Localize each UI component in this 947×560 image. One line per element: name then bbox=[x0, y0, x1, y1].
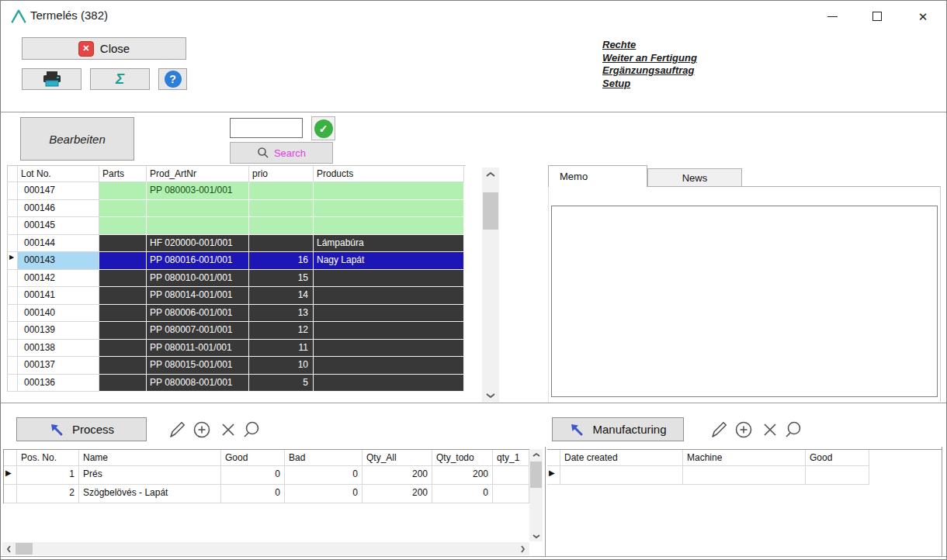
scrollbar-thumb[interactable] bbox=[483, 192, 498, 230]
plus-circle-icon bbox=[734, 420, 754, 440]
minimize-button[interactable] bbox=[815, 5, 849, 27]
table-row[interactable]: 000137 PP 080015-001/001 10 bbox=[7, 357, 466, 375]
process-delete-button[interactable] bbox=[217, 418, 240, 441]
memo-textarea[interactable] bbox=[551, 206, 938, 397]
table-row[interactable]: 000145 bbox=[7, 217, 466, 235]
table-row-selected[interactable]: ▶ 000143 PP 080016-001/001 16 Nagy Lapát bbox=[7, 252, 466, 270]
table-row-selected[interactable]: ▶ 1 Prés 0 0 200 200 bbox=[4, 466, 529, 485]
bottom-panel-divider bbox=[545, 447, 546, 556]
process-button[interactable]: Process bbox=[16, 417, 147, 441]
process-grid-hscrollbar[interactable] bbox=[2, 542, 529, 555]
close-button[interactable]: ✕ Close bbox=[22, 37, 186, 60]
manufacturing-edit-button[interactable] bbox=[707, 418, 730, 441]
window-close-button[interactable]: ✕ bbox=[906, 5, 940, 27]
col-bad[interactable]: Bad bbox=[285, 450, 362, 466]
process-grid-vscrollbar[interactable] bbox=[529, 449, 543, 541]
manufacturing-add-button[interactable] bbox=[732, 418, 755, 441]
tab-memo[interactable]: Memo bbox=[548, 165, 647, 187]
lot-grid-scrollbar[interactable] bbox=[482, 168, 499, 402]
scroll-right-icon[interactable] bbox=[516, 542, 529, 555]
pencil-icon bbox=[709, 420, 729, 440]
scroll-up-icon[interactable] bbox=[529, 449, 543, 460]
col-parts[interactable]: Parts bbox=[99, 166, 147, 182]
lot-grid[interactable]: Lot No. Parts Prod_ArtNr prio Products 0… bbox=[7, 165, 466, 392]
scroll-up-icon[interactable] bbox=[482, 168, 499, 181]
table-row[interactable]: 000138 PP 080011-001/001 11 bbox=[7, 340, 466, 358]
link-setup[interactable]: Setup bbox=[602, 78, 773, 91]
manufacturing-delete-button[interactable] bbox=[758, 418, 782, 441]
process-grid[interactable]: Pos. No. Name Good Bad Qty_All Qty_todo … bbox=[3, 449, 529, 503]
window-title: Termelés (382) bbox=[30, 9, 108, 22]
link-menu: Rechte Weiter an Fertigung Ergänzungsauf… bbox=[602, 39, 773, 90]
process-grid-header: Pos. No. Name Good Bad Qty_All Qty_todo … bbox=[4, 450, 529, 466]
print-button[interactable] bbox=[22, 68, 82, 90]
maximize-button[interactable] bbox=[860, 5, 894, 27]
table-row[interactable]: 000139 PP 080007-001/001 12 bbox=[7, 322, 466, 340]
bearbeiten-label: Bearbeiten bbox=[49, 133, 106, 146]
tab-news-label: News bbox=[682, 172, 708, 184]
col-prio[interactable]: prio bbox=[249, 166, 314, 182]
search-input[interactable] bbox=[230, 118, 303, 138]
table-row[interactable]: 000140 PP 080006-001/001 13 bbox=[7, 305, 466, 323]
manufacturing-grid-header: Date created Machine Good bbox=[547, 450, 942, 466]
link-weiter-an-fertigung[interactable]: Weiter an Fertigung bbox=[602, 52, 773, 65]
scrollbar-thumb[interactable] bbox=[16, 543, 33, 555]
col-good[interactable]: Good bbox=[221, 450, 285, 466]
col-qty-todo[interactable]: Qty_todo bbox=[432, 450, 493, 466]
delete-x-icon bbox=[761, 420, 779, 439]
table-row[interactable]: 000136 PP 080008-001/001 5 bbox=[7, 375, 466, 392]
main-divider bbox=[1, 112, 947, 112]
magnifier-icon bbox=[241, 420, 262, 440]
maximize-icon bbox=[872, 12, 882, 21]
manufacturing-grid[interactable]: Date created Machine Good ▶ bbox=[547, 449, 942, 485]
col-qty-1[interactable]: qty_1 bbox=[493, 450, 529, 466]
table-row[interactable]: 000147 PP 080003-001/001 bbox=[7, 182, 466, 200]
table-row[interactable]: 000144 HF 020000-001/001 Lámpabúra bbox=[7, 235, 466, 253]
process-add-button[interactable] bbox=[190, 418, 213, 441]
pencil-icon bbox=[167, 420, 187, 440]
close-button-label: Close bbox=[100, 42, 130, 55]
link-rechte[interactable]: Rechte bbox=[602, 39, 773, 52]
col-machine[interactable]: Machine bbox=[683, 450, 806, 466]
manufacturing-search-button[interactable] bbox=[782, 418, 805, 441]
col-qty-all[interactable]: Qty_All bbox=[362, 450, 432, 466]
process-edit-button[interactable] bbox=[165, 418, 189, 441]
manufacturing-button[interactable]: Manufacturing bbox=[552, 417, 684, 441]
table-row[interactable]: 000142 PP 080010-001/001 15 bbox=[7, 270, 466, 288]
bearbeiten-button[interactable]: Bearbeiten bbox=[20, 117, 134, 161]
plus-circle-icon bbox=[192, 420, 212, 440]
table-row[interactable]: 2 Szögbelövés - Lapát 0 0 200 0 bbox=[4, 485, 529, 503]
table-row[interactable]: 000146 bbox=[7, 200, 466, 218]
col-good[interactable]: Good bbox=[806, 450, 869, 466]
app-logo-icon bbox=[10, 8, 27, 25]
printer-icon bbox=[42, 71, 62, 88]
scrollbar-thumb[interactable] bbox=[530, 461, 542, 488]
confirm-button[interactable]: ✓ bbox=[311, 116, 335, 140]
table-row-selected[interactable]: ▶ bbox=[547, 466, 942, 485]
scroll-down-icon[interactable] bbox=[482, 389, 499, 402]
col-prod-artnr[interactable]: Prod_ArtNr bbox=[147, 166, 249, 182]
col-name[interactable]: Name bbox=[79, 450, 221, 466]
minimize-icon bbox=[827, 16, 838, 17]
titlebar: Termelés (382) ✕ bbox=[1, 1, 946, 32]
col-pos-no[interactable]: Pos. No. bbox=[17, 450, 79, 466]
close-icon: ✕ bbox=[918, 11, 928, 22]
window-bottom-edge bbox=[1, 556, 947, 557]
help-button[interactable]: ? bbox=[158, 68, 187, 90]
table-row[interactable]: 000141 PP 080014-001/001 14 bbox=[7, 287, 466, 305]
link-ergaenzungsauftrag[interactable]: Ergänzungsauftrag bbox=[602, 64, 773, 78]
sum-button[interactable]: Σ bbox=[90, 68, 150, 90]
bottom-divider bbox=[1, 403, 947, 403]
process-search-button[interactable] bbox=[240, 418, 263, 441]
row-marker-icon: ▶ bbox=[4, 466, 17, 485]
col-date-created[interactable]: Date created bbox=[560, 450, 683, 466]
col-lot-no[interactable]: Lot No. bbox=[18, 166, 99, 182]
col-products[interactable]: Products bbox=[314, 166, 464, 182]
search-button-label: Search bbox=[274, 147, 306, 159]
tab-news[interactable]: News bbox=[647, 168, 742, 187]
nav-arrow-icon bbox=[569, 422, 585, 437]
check-icon: ✓ bbox=[314, 119, 333, 138]
scroll-down-icon[interactable] bbox=[529, 531, 543, 541]
search-button[interactable]: Search bbox=[230, 142, 333, 164]
scroll-left-icon[interactable] bbox=[2, 542, 16, 555]
